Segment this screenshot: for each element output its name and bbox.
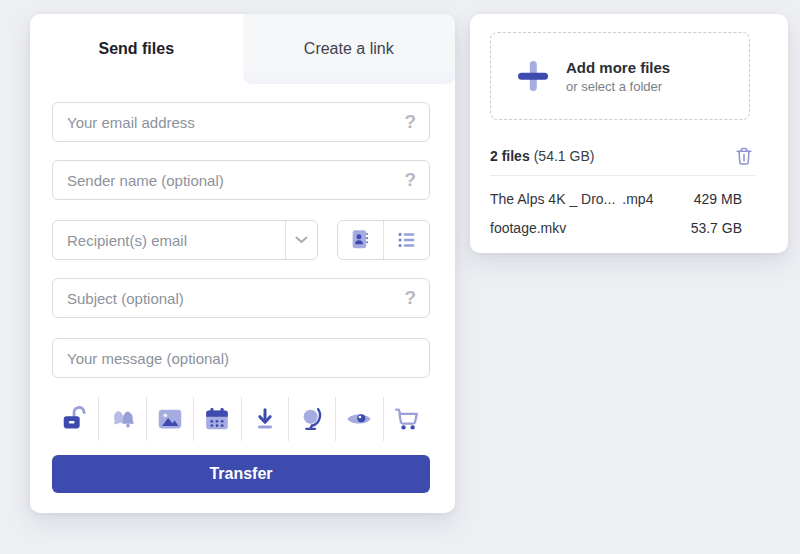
password-option-button[interactable]: [52, 397, 98, 441]
help-icon[interactable]: ?: [404, 111, 416, 133]
pay-option-button[interactable]: [383, 397, 430, 441]
add-more-files-text: Add more files or select a folder: [566, 59, 670, 94]
subject-row: ?: [52, 278, 430, 318]
chevron-down-icon: [295, 236, 308, 244]
tab-send-files-label: Send files: [98, 40, 174, 58]
file-name: footage.mkv: [490, 220, 566, 236]
expiration-option-button[interactable]: [193, 397, 240, 441]
file-size: 429 MB: [694, 191, 742, 207]
files-divider: [490, 175, 755, 176]
files-total-size: (54.1 GB): [534, 148, 595, 164]
language-option-button[interactable]: [288, 397, 335, 441]
image-icon: [155, 404, 185, 434]
address-book-button[interactable]: [338, 221, 383, 259]
files-panel: Add more files or select a folder 2 file…: [470, 14, 788, 253]
bullet-list-icon: [394, 227, 420, 253]
transfer-button[interactable]: Transfer: [52, 455, 430, 493]
tab-bar: Send files Create a link: [30, 14, 455, 89]
help-icon[interactable]: ?: [404, 287, 416, 309]
tab-create-a-link-label: Create a link: [304, 40, 394, 58]
file-list-item: The Alps 4K _ Dro... .mp4 429 MB: [490, 186, 742, 212]
gallery-option-button[interactable]: [146, 397, 193, 441]
files-count: 2 files: [490, 148, 530, 164]
tab-create-a-link[interactable]: Create a link: [243, 14, 456, 84]
sender-name-field[interactable]: [52, 160, 430, 200]
recipient-email-field[interactable]: [53, 221, 285, 259]
download-limit-option-button[interactable]: [241, 397, 288, 441]
message-field[interactable]: [52, 338, 430, 378]
bells-icon: [108, 404, 138, 434]
email-field[interactable]: [52, 102, 430, 142]
globe-icon: [297, 404, 327, 434]
add-more-files-button[interactable]: Add more files or select a folder: [490, 32, 750, 120]
plus-icon: [513, 56, 553, 96]
eye-icon: [344, 404, 374, 434]
help-icon[interactable]: ?: [404, 169, 416, 191]
file-list-item: footage.mkv 53.7 GB: [490, 215, 742, 241]
delete-all-files-button[interactable]: [733, 145, 755, 167]
sender-name-row: ?: [52, 160, 430, 200]
address-book-icon: [348, 227, 374, 253]
calendar-icon: [202, 404, 232, 434]
files-summary: 2 files (54.1 GB): [490, 144, 755, 168]
trash-icon: [733, 145, 755, 167]
preview-option-button[interactable]: [335, 397, 382, 441]
unlock-icon: [60, 404, 90, 434]
file-name: The Alps 4K _ Dro...: [490, 191, 615, 207]
file-size: 53.7 GB: [691, 220, 742, 236]
file-extension: .mp4: [622, 191, 653, 207]
download-icon: [250, 404, 280, 434]
select-folder-subtitle: or select a folder: [566, 79, 670, 94]
notifications-option-button[interactable]: [98, 397, 145, 441]
send-files-card: Send files Create a link ? ?: [30, 14, 455, 513]
tab-send-files[interactable]: Send files: [30, 14, 243, 84]
recipient-list-button[interactable]: [383, 221, 429, 259]
subject-field[interactable]: [52, 278, 430, 318]
recipient-select: [52, 220, 318, 260]
email-row: ?: [52, 102, 430, 142]
recipient-dropdown-toggle[interactable]: [285, 221, 317, 259]
options-toolbar: [52, 397, 430, 441]
add-more-files-title: Add more files: [566, 59, 670, 76]
recipient-tools: [337, 220, 430, 260]
message-row: [52, 338, 430, 378]
shopping-cart-icon: [392, 404, 422, 434]
